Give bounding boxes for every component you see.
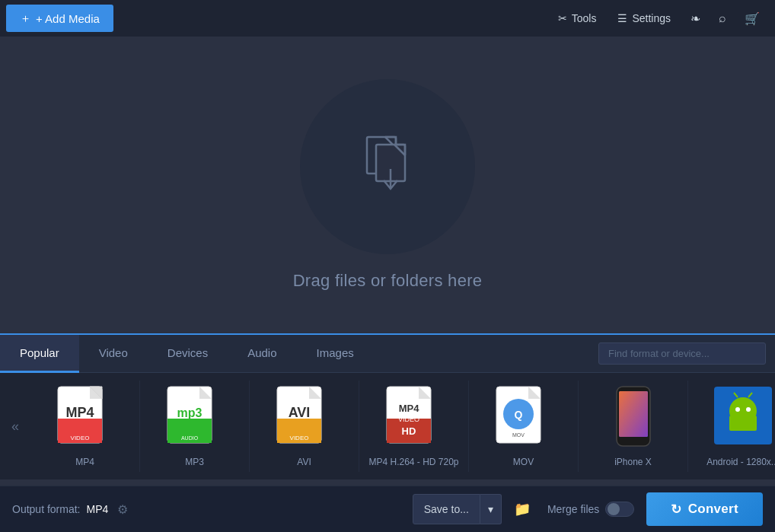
add-media-button[interactable]: ＋ + Add Media (6, 5, 113, 32)
share-icon: ❧ (690, 12, 700, 25)
search-button[interactable]: ⌕ (710, 0, 735, 37)
convert-button[interactable]: ↻ Convert (646, 492, 763, 526)
tools-label: Tools (572, 12, 597, 24)
svg-point-39 (735, 407, 740, 412)
drop-zone[interactable]: Drag files or folders here (0, 37, 775, 333)
svg-point-40 (746, 407, 751, 412)
cart-icon: 🛒 (745, 12, 760, 25)
save-to-dropdown-button[interactable]: ▾ (480, 494, 502, 524)
toolbar: ＋ + Add Media ✂ Tools ☰ Settings ❧ ⌕ 🛒 (0, 0, 775, 37)
svg-text:mp3: mp3 (177, 406, 202, 419)
toggle-thumb (608, 503, 620, 515)
save-to-label: Save to... (424, 503, 469, 515)
merge-files-control: Merge files (547, 502, 634, 517)
svg-rect-38 (729, 416, 757, 431)
format-search-input[interactable] (598, 342, 766, 365)
tab-devices[interactable]: Devices (148, 335, 228, 373)
bottom-bar: Output format: MP4 ⚙ Save to... ▾ 📁 Merg… (0, 486, 775, 532)
format-item-mov[interactable]: Q MOV MOV (469, 381, 579, 472)
tab-popular[interactable]: Popular (0, 335, 79, 373)
format-tabs: Popular Video Devices Audio Images (0, 335, 775, 373)
svg-text:AUDIO: AUDIO (180, 435, 198, 441)
format-item-mp4hd[interactable]: MP4 VIDEO HD MP4 H.264 - HD 720p (359, 381, 469, 472)
svg-text:MP4: MP4 (398, 403, 419, 414)
merge-files-label: Merge files (547, 503, 599, 515)
settings-label: Settings (632, 12, 671, 24)
format-item-android-label: Android - 1280x... (706, 457, 775, 467)
refresh-icon: ↻ (671, 502, 681, 518)
tab-audio[interactable]: Audio (228, 335, 296, 373)
format-item-mov-label: MOV (513, 457, 534, 467)
settings-button[interactable]: ☰ Settings (607, 0, 681, 37)
svg-text:MP4: MP4 (65, 405, 94, 420)
merge-files-toggle[interactable] (605, 502, 634, 517)
add-media-label: + Add Media (36, 12, 100, 25)
items-scroll: MP4 VIDEO MP4 mp3 AUDIO MP3 (30, 381, 775, 472)
tools-button[interactable]: ✂ Tools (547, 0, 608, 37)
convert-label: Convert (688, 502, 738, 517)
format-item-mp4hd-label: MP4 H.264 - HD 720p (368, 457, 458, 467)
cart-button[interactable]: 🛒 (735, 0, 769, 37)
format-item-mp3[interactable]: mp3 AUDIO MP3 (140, 381, 250, 472)
svg-text:VIDEO: VIDEO (397, 416, 419, 423)
tab-video[interactable]: Video (79, 335, 148, 373)
svg-text:Q: Q (514, 409, 522, 421)
format-item-iphonex[interactable]: iPhone X (579, 381, 688, 472)
format-section: Popular Video Devices Audio Images « MP4… (0, 333, 775, 479)
search-icon: ⌕ (719, 11, 726, 24)
chevron-down-icon: ▾ (488, 503, 493, 515)
format-item-avi[interactable]: AVI VIDEO AVI (250, 381, 359, 472)
collapse-icon: « (11, 419, 19, 435)
tools-icon: ✂ (558, 12, 567, 24)
svg-text:AVI: AVI (288, 405, 310, 420)
svg-text:HD: HD (401, 425, 416, 437)
format-items-container: « MP4 VIDEO MP4 (0, 373, 775, 479)
svg-rect-35 (619, 391, 648, 437)
drop-circle (300, 79, 475, 254)
format-item-avi-label: AVI (297, 457, 311, 467)
output-format-label: Output format: (12, 503, 80, 515)
format-item-android[interactable]: Android - 1280x... (688, 381, 775, 472)
output-settings-gear-button[interactable]: ⚙ (114, 499, 131, 520)
format-item-mp3-label: MP3 (185, 457, 204, 467)
output-format: Output format: MP4 ⚙ (12, 499, 131, 520)
output-format-value: MP4 (86, 503, 108, 515)
save-to-button[interactable]: Save to... (413, 494, 480, 524)
share-button[interactable]: ❧ (681, 0, 710, 37)
folder-icon: 📁 (514, 502, 531, 517)
tab-images[interactable]: Images (297, 335, 374, 373)
format-item-iphonex-label: iPhone X (614, 457, 652, 467)
svg-text:VIDEO: VIDEO (70, 435, 89, 441)
drop-icon (353, 131, 422, 202)
svg-text:MOV: MOV (512, 432, 525, 438)
drop-text: Drag files or folders here (293, 271, 483, 291)
collapse-button[interactable]: « (0, 381, 30, 472)
gear-icon: ⚙ (117, 503, 128, 516)
plus-icon: ＋ (20, 11, 31, 26)
format-item-mp4[interactable]: MP4 VIDEO MP4 (30, 381, 140, 472)
open-folder-button[interactable]: 📁 (506, 496, 538, 522)
settings-icon: ☰ (617, 12, 627, 24)
format-item-mp4-label: MP4 (75, 457, 94, 467)
svg-text:VIDEO: VIDEO (289, 435, 308, 441)
